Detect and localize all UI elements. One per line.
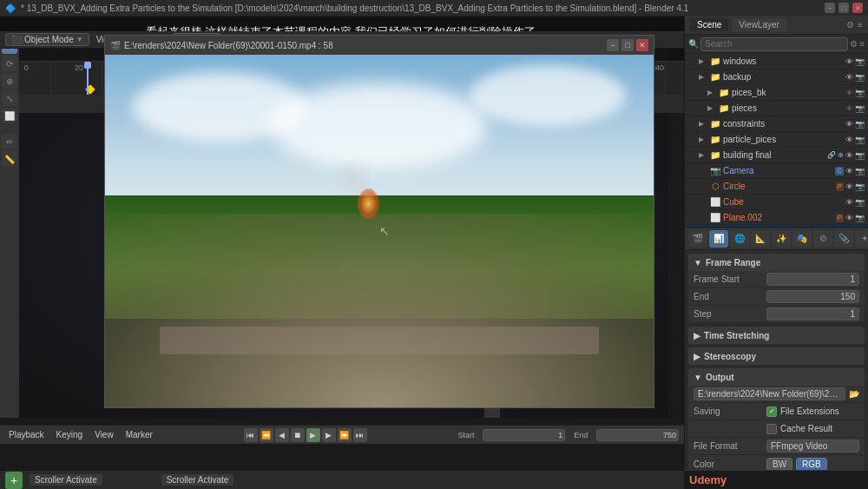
prop-tab-data[interactable]: 📎 — [834, 230, 853, 248]
scroller-activate-1[interactable]: Scroller Activate — [30, 474, 102, 486]
vis-eye[interactable]: 👁 — [845, 214, 853, 222]
prop-tab-view[interactable]: 🌐 — [730, 230, 749, 248]
vis-render[interactable]: 📷 — [855, 73, 865, 82]
video-player-window[interactable]: 🎬 E:\renders\2024\New Folder(69)\20001-0… — [104, 35, 654, 408]
extra-icon-1: 🔗 — [827, 151, 836, 160]
visibility-controls: P 👁 📷 — [836, 182, 865, 191]
cache-result-checkbox[interactable] — [766, 424, 777, 434]
vis-render[interactable]: 📷 — [855, 167, 865, 175]
pb-next-frame[interactable]: ▶ — [322, 428, 336, 442]
prop-tab-output[interactable]: 📊 — [709, 230, 728, 248]
maximize-btn[interactable]: □ — [838, 3, 849, 13]
mode-dropdown[interactable]: ⬛ Object Mode ▼ — [5, 33, 89, 46]
tree-item-backup[interactable]: ▶ 📁 backup 👁 📷 — [685, 69, 868, 85]
prop-tab-render[interactable]: 🎬 — [688, 230, 707, 248]
vis-eye[interactable]: 👁 — [845, 57, 853, 66]
bw-button[interactable]: BW — [766, 458, 792, 471]
tree-item-constraints[interactable]: ▶ 📁 constraints 👁 📷 — [685, 116, 868, 132]
tree-item-pieces[interactable]: ▶ 📁 pieces 👁 📷 — [685, 101, 868, 116]
tool-measure[interactable]: 📏 — [2, 151, 17, 167]
end-label: End — [694, 292, 763, 301]
output-header[interactable]: ▼ Output — [688, 368, 865, 386]
prop-tab-constraints[interactable]: ⚙ — [813, 230, 832, 248]
udemy-bar: Udemy — [684, 470, 868, 489]
tool-transform[interactable]: ⬜ — [2, 108, 17, 123]
viewlayer-tab[interactable]: ViewLayer — [732, 18, 786, 31]
close-btn[interactable]: ✕ — [852, 3, 863, 13]
frame-range-header[interactable]: ▼ Frame Range — [688, 254, 865, 271]
vis-eye[interactable]: 👁 — [845, 104, 853, 113]
pb-play[interactable]: ▶ — [306, 428, 320, 442]
prop-tab-world[interactable]: ✨ — [772, 230, 791, 248]
vis-render[interactable]: 📷 — [855, 182, 865, 191]
step-input[interactable]: 1 — [766, 307, 859, 320]
tree-item-pices-bk[interactable]: ▶ 📁 pices_bk 👁 📷 — [685, 85, 868, 101]
vis-eye[interactable]: 👁 — [845, 135, 853, 144]
end-input[interactable]: 150 — [766, 290, 859, 303]
tree-item-particle-pices[interactable]: ▶ 📁 particle_pices 👁 📷 — [685, 132, 868, 148]
vis-render[interactable]: 📷 — [855, 214, 865, 222]
stereoscopy-section: ▶ Stereoscopy — [688, 347, 865, 365]
tl-view-menu[interactable]: View — [91, 429, 117, 440]
rgb-button[interactable]: RGB — [796, 458, 827, 471]
format-dropdown[interactable]: FFmpeg Video — [766, 439, 859, 453]
vis-eye[interactable]: 👁 — [845, 198, 853, 207]
vis-render[interactable]: 📷 — [855, 104, 865, 113]
vis-eye[interactable]: 👁 — [845, 89, 853, 97]
tree-item-windows[interactable]: ▶ 📁 windows 👁 📷 — [685, 54, 868, 69]
time-stretching-header[interactable]: ▶ Time Stretching — [688, 327, 865, 344]
tool-move[interactable]: ⊕ — [2, 73, 17, 89]
prop-tab-scene[interactable]: 📐 — [751, 230, 770, 248]
pb-prev-frame[interactable]: ◀ — [275, 428, 289, 442]
vis-render[interactable]: 📷 — [855, 57, 865, 66]
file-extensions-checkbox[interactable]: ✓ — [766, 406, 777, 417]
start-input[interactable]: 1 — [766, 273, 859, 286]
pb-stop[interactable]: ⏹ — [291, 428, 305, 442]
vis-render[interactable]: 📷 — [855, 135, 865, 144]
vis-render[interactable]: 📷 — [855, 151, 865, 160]
minimize-btn[interactable]: − — [825, 3, 835, 13]
menu-icon[interactable]: ≡ — [858, 20, 863, 30]
start-value[interactable]: 1 — [483, 429, 565, 441]
pb-first[interactable]: ⏮ — [244, 428, 258, 442]
add-object-button[interactable]: + — [5, 472, 23, 489]
prop-tab-object[interactable]: 🎭 — [792, 230, 812, 248]
stereoscopy-header[interactable]: ▶ Stereoscopy — [688, 347, 865, 365]
tree-item-building-final[interactable]: ▶ 📁 building final 🔗 ⊕ 👁 📷 — [685, 148, 868, 163]
vis-render[interactable]: 📷 — [855, 120, 865, 129]
vid-max-btn[interactable]: □ — [621, 39, 634, 51]
tl-playback-menu[interactable]: Playback — [5, 429, 48, 440]
sort-icon[interactable]: ≡ — [859, 39, 865, 49]
pb-next-keyframe[interactable]: ⏩ — [338, 428, 352, 442]
vis-render[interactable]: 📷 — [855, 198, 865, 207]
output-path-input[interactable]: E:\renders\2024\New Folder(69)\20001-01.… — [694, 387, 845, 400]
prop-tab-particles[interactable]: ✦ — [855, 230, 868, 248]
tree-item-circle[interactable]: ⬡ Circle P 👁 📷 — [685, 179, 868, 195]
tl-keying-menu[interactable]: Keying — [53, 429, 87, 440]
vid-close-btn[interactable]: ✕ — [636, 39, 648, 51]
vis-eye[interactable]: 👁 — [845, 73, 853, 82]
vis-render[interactable]: 📷 — [855, 89, 865, 97]
pb-prev-keyframe[interactable]: ⏪ — [260, 428, 273, 442]
playhead[interactable] — [87, 62, 89, 95]
tool-rotate[interactable]: ⟳ — [2, 56, 17, 71]
tree-item-cube[interactable]: ⬜ Cube 👁 📷 — [685, 195, 868, 210]
tree-item-plane-002[interactable]: ⬜ Plane.002 P 👁 📷 — [685, 210, 868, 226]
vis-eye[interactable]: 👁 — [845, 182, 853, 191]
pb-last[interactable]: ⏭ — [353, 428, 367, 442]
tool-scale[interactable]: ⤡ — [2, 90, 17, 106]
vis-eye[interactable]: 👁 — [845, 151, 853, 160]
scene-tab[interactable]: Scene — [690, 18, 728, 31]
tool-annotate[interactable]: ✏ — [2, 134, 17, 149]
vis-eye[interactable]: 👁 — [845, 120, 853, 129]
tree-item-camera[interactable]: 📷 Camera C 👁 📷 — [685, 163, 868, 179]
tl-marker-menu[interactable]: Marker — [122, 429, 156, 440]
scroller-activate-2[interactable]: Scroller Activate — [161, 474, 234, 486]
vid-min-btn[interactable]: − — [607, 39, 619, 51]
filter-icon[interactable]: ⚙ — [846, 20, 854, 30]
end-value[interactable]: 750 — [596, 429, 679, 441]
vis-eye[interactable]: 👁 — [845, 167, 853, 175]
search-input[interactable] — [700, 37, 848, 51]
filter-options-icon[interactable]: ⚙ — [850, 39, 858, 49]
folder-icon[interactable]: 📂 — [849, 389, 859, 399]
